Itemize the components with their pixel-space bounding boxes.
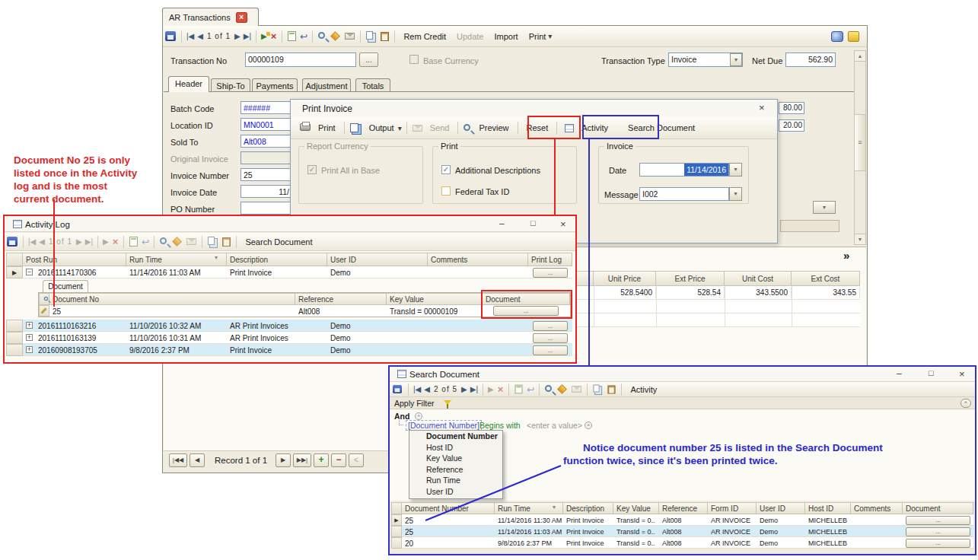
tab-totals[interactable]: Totals bbox=[355, 78, 390, 92]
expand-row-icon[interactable]: + bbox=[26, 334, 33, 341]
tab-ship-to[interactable]: Ship-To bbox=[211, 78, 250, 92]
save-icon[interactable] bbox=[165, 31, 176, 41]
delete-icon[interactable]: × bbox=[269, 30, 279, 42]
row-selector[interactable] bbox=[391, 526, 402, 537]
row-selector[interactable]: ▶ bbox=[391, 514, 402, 526]
invoice-message-dropdown-icon[interactable]: ▾ bbox=[729, 187, 742, 201]
import-button[interactable]: Import bbox=[489, 32, 524, 41]
nav-first-button[interactable]: |◀ bbox=[412, 385, 422, 393]
record-add-button[interactable]: + bbox=[314, 453, 329, 467]
col-form-id[interactable]: Form ID bbox=[708, 502, 757, 514]
output-icon[interactable] bbox=[350, 123, 358, 132]
nav-prev-button[interactable]: ◀ bbox=[196, 32, 205, 40]
copy-icon[interactable] bbox=[366, 31, 373, 40]
refresh-icon[interactable] bbox=[288, 31, 296, 41]
refresh-icon[interactable] bbox=[129, 237, 138, 247]
save-icon[interactable] bbox=[7, 237, 18, 247]
print-button[interactable]: Print bbox=[313, 123, 341, 132]
row-selector[interactable] bbox=[391, 537, 402, 549]
filter-collapse-button[interactable]: ^ bbox=[960, 399, 971, 408]
col-comments[interactable]: Comments bbox=[428, 253, 528, 266]
col-comments[interactable]: Comments bbox=[851, 502, 903, 514]
notes-icon[interactable] bbox=[848, 31, 859, 42]
invoice-number-field[interactable]: 25 bbox=[241, 168, 292, 181]
help-icon[interactable] bbox=[173, 237, 183, 247]
preview-icon[interactable] bbox=[545, 385, 552, 392]
nav-first-button[interactable]: |◀ bbox=[185, 32, 196, 40]
output-button[interactable]: Output bbox=[364, 123, 397, 132]
nav-last-button[interactable]: ▶| bbox=[242, 32, 253, 40]
dropdown-item-host-id[interactable]: Host ID bbox=[409, 442, 502, 453]
print-log-button[interactable]: ... bbox=[533, 321, 568, 331]
dropdown-item-run-time[interactable]: Run Time bbox=[409, 475, 502, 486]
row-selector[interactable]: ▶ bbox=[6, 266, 23, 278]
col-run-time[interactable]: Run Time bbox=[126, 253, 227, 266]
grid-col-unit-cost[interactable]: Unit Cost bbox=[725, 271, 792, 286]
document-button[interactable]: ... bbox=[906, 527, 970, 536]
ar-transactions-tab[interactable]: AR Transactions × bbox=[162, 8, 259, 26]
paste-icon[interactable] bbox=[608, 385, 616, 393]
record-first-button[interactable]: |◀◀ bbox=[169, 453, 187, 467]
invoice-date-field[interactable]: 11/ bbox=[241, 185, 292, 198]
col-print-log[interactable]: Print Log bbox=[528, 253, 572, 266]
document-subtab[interactable]: Document bbox=[43, 280, 88, 292]
tab-adjustment[interactable]: Adjustment bbox=[302, 78, 351, 92]
activity-log-maximize-icon[interactable]: □ bbox=[530, 218, 536, 228]
document-button[interactable]: ... bbox=[906, 516, 970, 525]
col-document-no[interactable]: Document No bbox=[49, 293, 295, 305]
col-user-id[interactable]: User ID bbox=[757, 502, 805, 514]
col-host-id[interactable]: Host ID bbox=[805, 502, 851, 514]
activity-log-close-icon[interactable]: × bbox=[560, 218, 566, 230]
preview-icon[interactable] bbox=[160, 237, 167, 244]
col-user-id[interactable]: User ID bbox=[327, 253, 428, 266]
preview-icon[interactable] bbox=[464, 124, 470, 131]
col-key-value[interactable]: Key Value bbox=[387, 293, 483, 305]
scroll-up-button[interactable]: ▲ bbox=[854, 50, 866, 62]
record-prev-button[interactable]: ◀ bbox=[190, 453, 205, 467]
remove-condition-icon[interactable]: × bbox=[585, 422, 592, 429]
activity-log-minimize-icon[interactable]: – bbox=[499, 218, 505, 229]
tab-header[interactable]: Header bbox=[168, 76, 209, 92]
transaction-type-dropdown-icon[interactable]: ▾ bbox=[730, 53, 742, 66]
output-dropdown-icon[interactable]: ▾ bbox=[397, 124, 403, 132]
invoice-date-input[interactable]: 11/14/2016 bbox=[639, 163, 729, 177]
dialog-close-icon[interactable]: × bbox=[759, 102, 765, 113]
rem-credit-button[interactable]: Rem Credit bbox=[398, 32, 451, 41]
search-document-maximize-icon[interactable]: □ bbox=[929, 368, 934, 377]
expand-row-icon[interactable]: + bbox=[26, 322, 33, 329]
record-last-button[interactable]: ▶▶| bbox=[293, 453, 311, 467]
refresh-icon[interactable] bbox=[515, 385, 523, 394]
tab-payments[interactable]: Payments bbox=[252, 78, 298, 92]
search-document-button[interactable]: Search Document bbox=[240, 237, 317, 247]
search-document-minimize-icon[interactable]: – bbox=[897, 368, 902, 379]
dropdown-item-user-id[interactable]: User ID bbox=[409, 486, 502, 498]
print-icon[interactable] bbox=[300, 123, 311, 131]
federal-tax-id-checkbox[interactable] bbox=[441, 186, 451, 196]
document-button[interactable]: ... bbox=[906, 539, 970, 548]
record-next-button[interactable]: ▶ bbox=[276, 453, 291, 467]
search-document-close-icon[interactable]: × bbox=[959, 368, 965, 380]
expand-row-icon[interactable]: + bbox=[26, 346, 33, 353]
tab-close-icon[interactable]: × bbox=[236, 12, 247, 23]
help-icon[interactable] bbox=[331, 31, 341, 41]
row-selector[interactable] bbox=[6, 332, 23, 344]
dropdown-item-key-value[interactable]: Key Value bbox=[409, 453, 502, 464]
grid-col-ext-cost[interactable]: Ext Cost bbox=[792, 271, 860, 286]
additional-descriptions-checkbox[interactable]: ✓ bbox=[441, 165, 451, 174]
stub-dropdown-icon[interactable]: ▾ bbox=[813, 201, 836, 214]
grid-more-chevron[interactable]: » bbox=[843, 249, 849, 262]
dropdown-item-document-number[interactable]: Document Number bbox=[409, 431, 502, 442]
user-lookup-icon[interactable] bbox=[831, 31, 843, 42]
location-id-field[interactable]: MN0001 bbox=[241, 118, 292, 131]
proceed-icon[interactable]: ▶ bbox=[260, 32, 269, 40]
record-back-button[interactable]: < bbox=[349, 453, 364, 467]
po-number-field[interactable] bbox=[241, 202, 292, 215]
dropdown-item-reference[interactable]: Reference bbox=[409, 464, 502, 476]
grid-col-unit-price[interactable]: Unit Price bbox=[594, 271, 656, 286]
print-log-button[interactable]: ... bbox=[533, 268, 568, 278]
nav-prev-button[interactable]: ◀ bbox=[422, 385, 432, 393]
add-condition-icon[interactable]: + bbox=[415, 412, 422, 420]
scrollbar-thumb[interactable]: ≡ bbox=[854, 114, 866, 171]
print-log-button[interactable]: ... bbox=[533, 345, 568, 355]
scroll-down-button[interactable]: ▼ bbox=[854, 234, 866, 245]
